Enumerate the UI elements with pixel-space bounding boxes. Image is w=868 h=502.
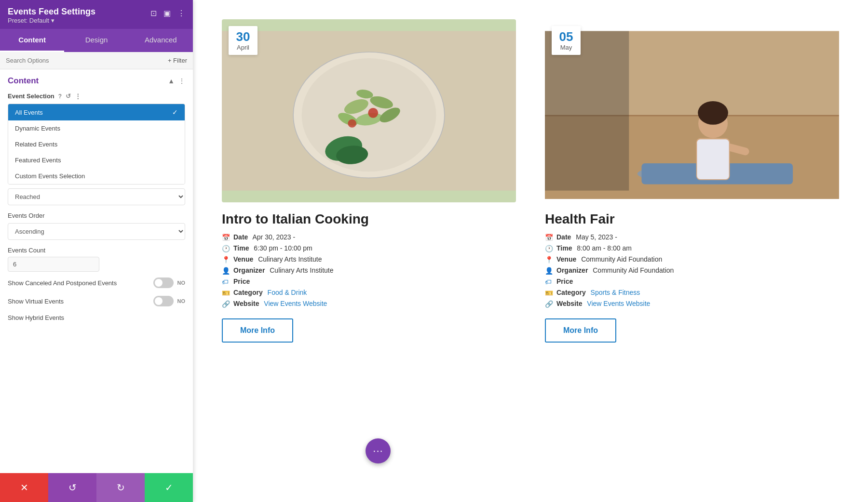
more-options-icon[interactable]: ⋮	[177, 9, 185, 18]
show-canceled-toggle-group: NO	[153, 277, 186, 288]
event-image-wrapper-2: 05 May	[545, 19, 839, 202]
search-filter-row: + Filter	[0, 52, 193, 69]
bottom-toolbar: ✕ ↺ ↻ ✓	[0, 473, 193, 502]
show-canceled-row: Show Canceled And Postponed Events NO	[0, 274, 193, 292]
events-order-select-wrapper: Ascending Descending	[8, 223, 185, 240]
date-badge-2: 05 May	[552, 26, 581, 55]
meta-website-1: 🔗 Website View Events Website	[222, 300, 516, 308]
svg-point-10	[348, 119, 356, 127]
events-order-select[interactable]: Ascending Descending	[8, 223, 185, 240]
show-virtual-toggle[interactable]	[153, 296, 174, 306]
meta-date-2: 📅 Date May 5, 2023 -	[545, 233, 839, 241]
meta-price-1: 🏷 Price	[222, 277, 516, 286]
meta-venue-1: 📍 Venue Culinary Arts Institute	[222, 255, 516, 264]
event-card-2: 05 May Health Fair 📅 Date May 5, 2023 - …	[545, 19, 839, 343]
right-content: 30 April Intro to Italian Cooking 📅 Date…	[193, 0, 868, 502]
date-badge-1: 30 April	[229, 26, 258, 55]
search-input[interactable]	[6, 57, 168, 64]
category-link-2[interactable]: Sports & Fitness	[591, 289, 640, 296]
tab-design[interactable]: Design	[64, 29, 128, 52]
event-card-1: 30 April Intro to Italian Cooking 📅 Date…	[222, 19, 516, 343]
person-icon-1: 👤	[222, 267, 231, 275]
save-button[interactable]: ✓	[145, 473, 193, 502]
tab-content[interactable]: Content	[0, 29, 64, 52]
website-link-2[interactable]: View Events Website	[587, 300, 650, 307]
reset-button[interactable]: ↺	[48, 473, 96, 502]
clock-icon-1: 🕐	[222, 245, 231, 252]
show-hybrid-label: Show Hybrid Events	[0, 310, 193, 322]
svg-point-9	[368, 108, 378, 118]
events-count-label: Events Count	[0, 243, 193, 255]
option-custom-events[interactable]: Custom Events Selection	[8, 168, 185, 184]
more-info-button-1[interactable]: More Info	[222, 318, 293, 343]
fab-icon: ···	[373, 445, 383, 457]
events-grid: 30 April Intro to Italian Cooking 📅 Date…	[222, 19, 839, 343]
option-featured-events[interactable]: Featured Events	[8, 152, 185, 168]
show-virtual-toggle-group: NO	[153, 296, 186, 306]
section-more-icon[interactable]: ⋮	[178, 77, 185, 85]
filter-button[interactable]: + Filter	[168, 57, 187, 64]
event-selection-dropdown: All Events Dynamic Events Related Events…	[8, 104, 185, 185]
meta-venue-2: 📍 Venue Community Aid Foundation	[545, 255, 839, 264]
meta-date-1: 📅 Date Apr 30, 2023 -	[222, 233, 516, 241]
meta-time-1: 🕐 Time 6:30 pm - 10:00 pm	[222, 244, 516, 252]
website-link-1[interactable]: View Events Website	[264, 300, 327, 307]
event-meta-1: 📅 Date Apr 30, 2023 - 🕐 Time 6:30 pm - 1…	[222, 233, 516, 308]
meta-category-2: 🎫 Category Sports & Fitness	[545, 289, 839, 297]
panel-header: Events Feed Settings Preset: Default ▾ ⊡…	[0, 0, 193, 29]
event-image-wrapper-1: 30 April	[222, 19, 516, 202]
website-icon-1: 🔗	[222, 300, 231, 308]
reset-icon[interactable]: ↺	[66, 92, 71, 100]
price-icon-2: 🏷	[545, 278, 554, 286]
show-canceled-toggle[interactable]	[153, 277, 174, 288]
event-meta-2: 📅 Date May 5, 2023 - 🕐 Time 8:00 am - 8:…	[545, 233, 839, 308]
option-dynamic-events[interactable]: Dynamic Events	[8, 120, 185, 136]
date-number-1: 30	[234, 30, 252, 44]
category-icon-2: 🎫	[545, 289, 554, 297]
tab-advanced[interactable]: Advanced	[129, 29, 193, 52]
clock-icon-2: 🕐	[545, 245, 554, 252]
reached-select[interactable]: Reached	[8, 188, 185, 205]
collapse-icon[interactable]: ▲	[168, 77, 175, 85]
tabs-row: Content Design Advanced	[0, 29, 193, 52]
option-all-events[interactable]: All Events	[8, 104, 185, 120]
layout-icon[interactable]: ▣	[163, 9, 171, 18]
meta-time-2: 🕐 Time 8:00 am - 8:00 am	[545, 244, 839, 252]
date-month-1: April	[234, 44, 252, 51]
panel-body: Content ▲ ⋮ Event Selection ? ↺ ⋮ All Ev…	[0, 69, 193, 502]
show-canceled-label: Show Canceled And Postponed Events	[8, 279, 117, 287]
price-icon-1: 🏷	[222, 278, 231, 286]
panel-title: Events Feed Settings	[8, 7, 95, 17]
cancel-button[interactable]: ✕	[0, 473, 48, 502]
category-link-1[interactable]: Food & Drink	[268, 289, 307, 296]
redo-button[interactable]: ↻	[96, 473, 145, 502]
location-icon-2: 📍	[545, 256, 554, 264]
content-section-title: Content	[8, 76, 39, 86]
more-icon[interactable]: ⋮	[75, 92, 81, 100]
show-canceled-toggle-text: NO	[177, 280, 186, 286]
left-panel: Events Feed Settings Preset: Default ▾ ⊡…	[0, 0, 193, 502]
content-section-header: Content ▲ ⋮	[0, 69, 193, 90]
location-icon-1: 📍	[222, 256, 231, 264]
event-selection-label: Event Selection ? ↺ ⋮	[0, 90, 193, 102]
show-virtual-row: Show Virtual Events NO	[0, 292, 193, 310]
panel-preset[interactable]: Preset: Default ▾	[8, 17, 95, 24]
help-icon[interactable]: ?	[58, 93, 62, 100]
events-count-input[interactable]	[8, 257, 99, 272]
calendar-icon-2: 📅	[545, 234, 554, 241]
meta-website-2: 🔗 Website View Events Website	[545, 300, 839, 308]
event-title-2: Health Fair	[545, 211, 839, 227]
section-icons: ▲ ⋮	[168, 77, 185, 85]
event-title-1: Intro to Italian Cooking	[222, 211, 516, 227]
option-related-events[interactable]: Related Events	[8, 136, 185, 152]
meta-organizer-1: 👤 Organizer Culinary Arts Institute	[222, 266, 516, 275]
show-virtual-toggle-text: NO	[177, 298, 186, 304]
more-info-button-2[interactable]: More Info	[545, 318, 616, 343]
website-icon-2: 🔗	[545, 300, 554, 308]
svg-rect-22	[697, 139, 729, 179]
events-order-label: Events Order	[0, 208, 193, 220]
calendar-icon-1: 📅	[222, 234, 231, 241]
svg-rect-23	[545, 31, 629, 190]
fab-button[interactable]: ···	[366, 438, 391, 463]
focus-icon[interactable]: ⊡	[150, 9, 157, 18]
